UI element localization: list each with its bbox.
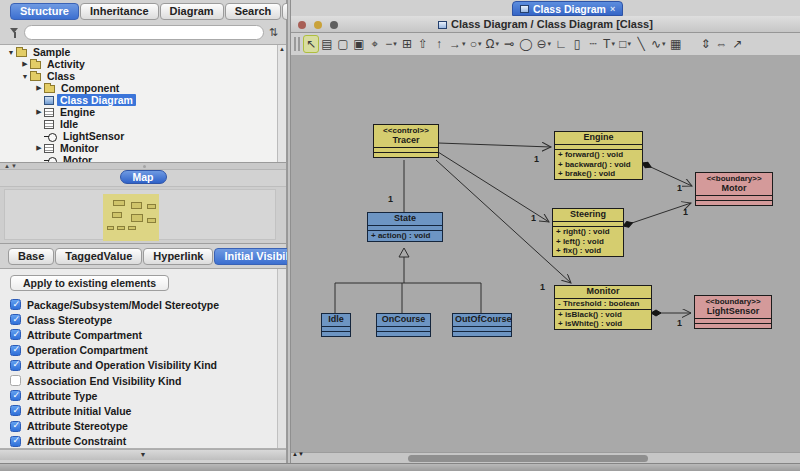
line-tool[interactable]: ╲ [633,35,649,53]
uml-class-tracer[interactable]: <<control>> Tracer [373,124,439,158]
visibility-option-row[interactable]: Package/Subsystem/Model Stereotype [10,297,286,312]
uml-class-outofcourse[interactable]: OutOfCourse [452,313,512,337]
close-tab-icon[interactable]: × [610,5,615,13]
generalization-tool[interactable]: ⇧ [415,35,431,53]
tree-item[interactable]: Class Diagram [0,94,286,106]
sort-swap-icon[interactable]: ⇅ [269,26,278,39]
tree-item[interactable]: ▼ Class [0,70,286,82]
collapse-down-icon[interactable]: ▼ [140,451,147,458]
checkbox[interactable] [10,299,21,310]
scroll-up-icon[interactable]: ▲ [279,46,285,52]
tree-item[interactable]: ▶ Monitor [0,142,286,154]
select-tool[interactable]: ↖ [303,35,319,53]
document-tab-class-diagram[interactable]: Class Diagram × [512,1,623,16]
apply-to-existing-elements-button[interactable]: Apply to existing elements [10,275,169,291]
text-tool[interactable]: T [601,35,617,53]
expander-icon[interactable]: ▶ [34,108,44,116]
realization-tool[interactable]: ○ [468,35,484,53]
expander-icon[interactable]: ▼ [6,49,16,56]
uml-class-state[interactable]: State + action() : void [367,212,443,242]
splitter-collapse-icons[interactable]: ▲▼ [4,163,18,169]
visibility-option-row[interactable]: Attribute Compartment [10,327,286,342]
tree-item[interactable]: ▶ Activity [0,58,286,70]
left-panel-tab[interactable]: Structure [10,3,79,20]
image-tool[interactable]: ▦ [668,35,684,53]
note-tool[interactable]: ▯ [569,35,585,53]
detail-tab[interactable]: Hyperlink [143,248,213,265]
tree-item[interactable]: ▶ Component [0,82,286,94]
tree-item[interactable]: ▼ Sample [0,46,286,58]
checkbox[interactable] [10,421,21,432]
visibility-option-row[interactable]: Attribute Type [10,388,286,403]
association-class-tool[interactable]: ⊞ [399,35,415,53]
panel-splitter[interactable]: ▲▼ [0,163,286,170]
detail-tab[interactable]: TaggedValue [55,248,142,265]
left-panel-tab[interactable]: Diagram [160,3,224,20]
left-panel-collapse-bar[interactable]: ▼ [0,449,286,460]
uml-class-idle[interactable]: Idle [321,313,351,337]
distribute-vertical-tool[interactable]: ⇕ [698,35,714,53]
visibility-option-row[interactable]: Class Stereotype [10,312,286,327]
left-panel-tab[interactable]: Inheritance [80,3,159,20]
expander-icon[interactable]: ▼ [20,73,30,80]
splitter-collapse-icons[interactable]: ▲▼ [292,451,304,457]
expander-icon[interactable]: ▶ [34,84,44,92]
checkbox[interactable] [10,314,21,325]
port-tool[interactable]: ⊖ [534,35,553,53]
expander-icon[interactable]: ▶ [20,60,30,68]
model-tool[interactable]: ▣ [351,35,367,53]
checkbox[interactable] [10,345,21,356]
map-tab[interactable]: Map [120,170,167,184]
class-tool[interactable]: ▤ [319,35,335,53]
splitter-handle[interactable] [143,165,146,168]
dependency-tool[interactable]: ↑ [431,35,447,53]
distribute-horizontal-tool[interactable]: ⇔ [714,35,730,53]
toolbar-grip[interactable] [294,37,300,51]
tree-item[interactable]: ▶ Engine [0,106,286,118]
left-panel-tab[interactable]: Search [225,3,282,20]
expander-icon[interactable]: ▶ [34,144,44,152]
uml-class-engine[interactable]: Engine + forward() : void + backward() :… [554,131,643,180]
curve-tool[interactable]: ∿ [649,35,668,53]
visibility-option-row[interactable]: Association End Visibility Kind [10,373,286,388]
tree-item[interactable]: LightSensor [0,130,286,142]
rect-tool[interactable]: □ [617,35,633,53]
uml-class-oncourse[interactable]: OnCourse [376,313,431,337]
association-tool[interactable]: − [383,35,399,53]
checkbox[interactable] [10,390,21,401]
uml-class-motor[interactable]: <<boundary>> Motor [695,172,773,206]
uml-class-steering[interactable]: Steering + right() : void + left() : voi… [552,208,624,257]
visibility-option-row[interactable]: Attribute Initial Value [10,403,286,418]
usage-tool[interactable]: Ω [484,35,502,53]
visibility-option-row[interactable]: Attribute Stereotype [10,419,286,434]
map-viewport[interactable] [4,189,276,240]
horizontal-scrollbar[interactable] [291,452,800,463]
tree-item[interactable]: Motor [0,154,286,163]
pin-tool[interactable]: ⌖ [367,35,383,53]
pointer-tool[interactable]: ↗ [730,35,746,53]
directed-association-tool[interactable]: → [447,35,468,53]
visibility-option-row[interactable]: Operation Compartment [10,343,286,358]
window-titlebar[interactable]: Class Diagram / Class Diagram [Class] [291,16,800,33]
visibility-option-row[interactable]: Attribute and Operation Visibility Kind [10,358,286,373]
qualifier-tool[interactable]: ∟ [553,35,569,53]
provided-interface-tool[interactable]: ⊸ [501,35,517,53]
diagram-canvas[interactable]: 1 1 1 1 1 1 1 <<control>> Tracer Engine … [291,56,800,452]
package-tool[interactable]: ▢ [335,35,351,53]
checkbox[interactable] [10,405,21,416]
tree-item[interactable]: Idle [0,118,286,130]
detail-tab[interactable]: Base [8,248,54,265]
visibility-option-row[interactable]: Attribute Constraint [10,434,286,449]
uml-class-lightsensor[interactable]: <<boundary>> LightSensor [694,295,772,329]
usecase-tool[interactable]: ◯ [517,35,534,53]
horizontal-scrollbar-thumb[interactable] [408,455,648,462]
toolbar-separator[interactable] [684,35,698,53]
filter-input[interactable] [24,25,264,40]
uml-class-monitor[interactable]: Monitor - Threshold : boolean + isBlack(… [554,285,652,330]
tree-scrollbar[interactable]: ▲ [277,45,286,162]
checkbox[interactable] [10,436,21,447]
note-anchor-tool[interactable]: ┄ [585,35,601,53]
checkbox[interactable] [10,329,21,340]
visibility-scrollbar[interactable] [277,269,286,448]
checkbox[interactable] [10,375,21,386]
